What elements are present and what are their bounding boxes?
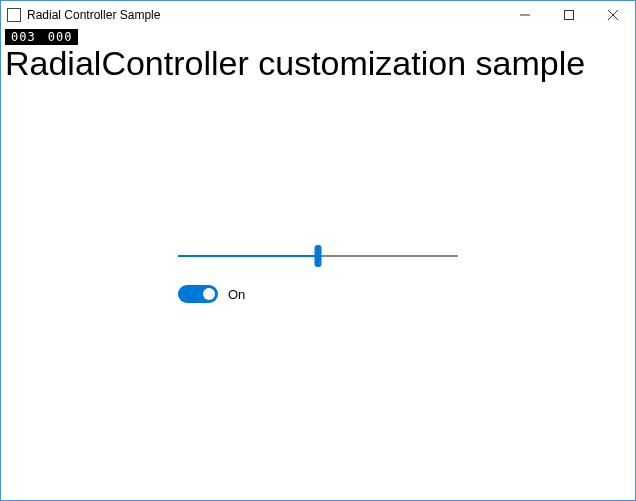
content-area: On — [1, 255, 635, 303]
app-window: Radial Controller Sample 003 000 RadialC… — [0, 0, 636, 501]
titlebar: Radial Controller Sample — [1, 1, 635, 29]
slider-fill — [178, 255, 318, 257]
window-title: Radial Controller Sample — [27, 8, 160, 22]
toggle-switch[interactable] — [178, 285, 218, 303]
fps-counter-2: 000 — [42, 29, 79, 45]
svg-rect-0 — [565, 11, 574, 20]
page-title: RadialController customization sample — [5, 45, 635, 82]
maximize-button[interactable] — [547, 1, 591, 29]
fps-counter-1: 003 — [5, 29, 42, 45]
minimize-button[interactable] — [503, 1, 547, 29]
toggle-label: On — [228, 287, 245, 302]
maximize-icon — [564, 10, 574, 20]
toggle-row: On — [178, 285, 458, 303]
value-slider[interactable] — [178, 255, 458, 257]
titlebar-left: Radial Controller Sample — [7, 8, 160, 22]
slider-thumb[interactable] — [315, 245, 322, 267]
window-controls — [503, 1, 635, 29]
app-icon — [7, 8, 21, 22]
slider-track — [178, 255, 458, 257]
close-button[interactable] — [591, 1, 635, 29]
toggle-knob — [203, 288, 215, 300]
minimize-icon — [520, 10, 530, 20]
debug-counters: 003 000 — [5, 29, 78, 45]
close-icon — [608, 10, 618, 20]
